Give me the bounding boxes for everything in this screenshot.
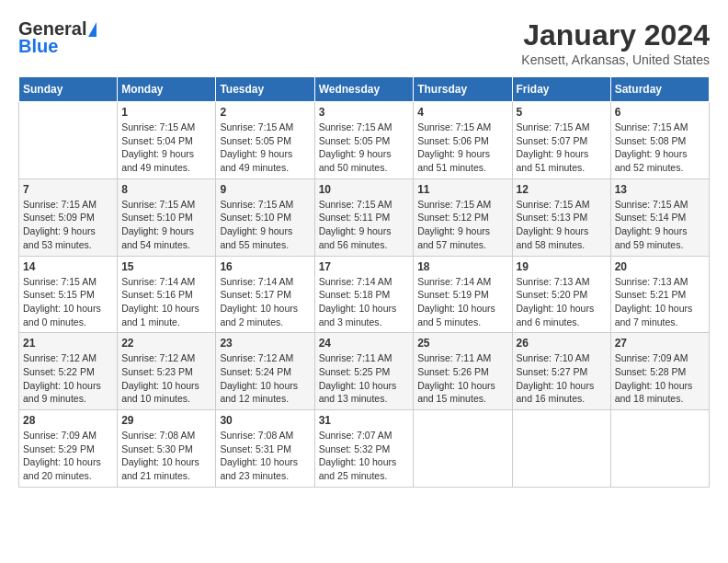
- day-number: 3: [319, 106, 410, 119]
- calendar-header: SundayMondayTuesdayWednesdayThursdayFrid…: [19, 77, 710, 102]
- day-info: Sunrise: 7:14 AM Sunset: 5:16 PM Dayligh…: [121, 275, 211, 329]
- day-number: 6: [615, 106, 705, 119]
- day-info: Sunrise: 7:15 AM Sunset: 5:07 PM Dayligh…: [517, 121, 607, 175]
- day-number: 15: [121, 260, 211, 273]
- day-info: Sunrise: 7:12 AM Sunset: 5:22 PM Dayligh…: [23, 351, 113, 406]
- day-info: Sunrise: 7:14 AM Sunset: 5:18 PM Dayligh…: [319, 275, 410, 329]
- week-row-2: 7Sunrise: 7:15 AM Sunset: 5:09 PM Daylig…: [19, 178, 710, 256]
- day-info: Sunrise: 7:15 AM Sunset: 5:08 PM Dayligh…: [615, 121, 705, 175]
- day-number: 11: [417, 183, 507, 196]
- calendar-cell: [19, 102, 118, 179]
- calendar-cell: 23Sunrise: 7:12 AM Sunset: 5:24 PM Dayli…: [216, 333, 314, 410]
- day-number: 31: [319, 414, 410, 427]
- day-number: 7: [23, 183, 113, 196]
- day-info: Sunrise: 7:13 AM Sunset: 5:20 PM Dayligh…: [517, 275, 607, 329]
- calendar-cell: 11Sunrise: 7:15 AM Sunset: 5:12 PM Dayli…: [414, 178, 512, 256]
- calendar-cell: 13Sunrise: 7:15 AM Sunset: 5:14 PM Dayli…: [610, 178, 709, 256]
- day-info: Sunrise: 7:15 AM Sunset: 5:06 PM Dayligh…: [417, 121, 507, 175]
- day-info: Sunrise: 7:09 AM Sunset: 5:28 PM Dayligh…: [615, 351, 705, 406]
- day-number: 8: [121, 183, 211, 196]
- day-number: 16: [220, 260, 310, 273]
- calendar-cell: 14Sunrise: 7:15 AM Sunset: 5:15 PM Dayli…: [19, 256, 118, 333]
- calendar-cell: 27Sunrise: 7:09 AM Sunset: 5:28 PM Dayli…: [610, 333, 709, 410]
- calendar-cell: [610, 410, 709, 488]
- weekday-header-row: SundayMondayTuesdayWednesdayThursdayFrid…: [19, 77, 710, 102]
- day-info: Sunrise: 7:10 AM Sunset: 5:27 PM Dayligh…: [517, 351, 607, 406]
- day-info: Sunrise: 7:15 AM Sunset: 5:05 PM Dayligh…: [319, 121, 410, 175]
- day-number: 19: [517, 260, 607, 273]
- weekday-header-wednesday: Wednesday: [314, 77, 414, 102]
- calendar-cell: 20Sunrise: 7:13 AM Sunset: 5:21 PM Dayli…: [610, 256, 709, 333]
- calendar-cell: 26Sunrise: 7:10 AM Sunset: 5:27 PM Dayli…: [512, 333, 610, 410]
- day-info: Sunrise: 7:15 AM Sunset: 5:14 PM Dayligh…: [615, 198, 705, 252]
- day-number: 23: [220, 337, 310, 350]
- day-number: 10: [319, 183, 410, 196]
- day-info: Sunrise: 7:08 AM Sunset: 5:31 PM Dayligh…: [220, 429, 310, 483]
- day-number: 22: [121, 337, 211, 350]
- day-info: Sunrise: 7:14 AM Sunset: 5:19 PM Dayligh…: [417, 275, 507, 329]
- calendar-cell: 30Sunrise: 7:08 AM Sunset: 5:31 PM Dayli…: [216, 410, 314, 488]
- title-area: January 2024 Kensett, Arkansas, United S…: [521, 18, 710, 67]
- calendar-cell: 28Sunrise: 7:09 AM Sunset: 5:29 PM Dayli…: [19, 410, 118, 488]
- week-row-5: 28Sunrise: 7:09 AM Sunset: 5:29 PM Dayli…: [19, 410, 710, 488]
- weekday-header-tuesday: Tuesday: [216, 77, 314, 102]
- weekday-header-sunday: Sunday: [19, 77, 118, 102]
- weekday-header-saturday: Saturday: [610, 77, 709, 102]
- day-info: Sunrise: 7:15 AM Sunset: 5:13 PM Dayligh…: [517, 198, 607, 252]
- calendar-cell: 25Sunrise: 7:11 AM Sunset: 5:26 PM Dayli…: [414, 333, 512, 410]
- day-number: 4: [417, 106, 507, 119]
- calendar-cell: [512, 410, 610, 488]
- day-number: 24: [319, 337, 410, 350]
- calendar-table: SundayMondayTuesdayWednesdayThursdayFrid…: [18, 76, 710, 488]
- calendar-cell: 15Sunrise: 7:14 AM Sunset: 5:16 PM Dayli…: [118, 256, 216, 333]
- day-number: 13: [615, 183, 705, 196]
- day-number: 27: [615, 337, 705, 350]
- calendar-cell: 12Sunrise: 7:15 AM Sunset: 5:13 PM Dayli…: [512, 178, 610, 256]
- day-number: 20: [615, 260, 705, 273]
- location: Kensett, Arkansas, United States: [521, 52, 710, 67]
- day-info: Sunrise: 7:08 AM Sunset: 5:30 PM Dayligh…: [121, 429, 211, 483]
- day-info: Sunrise: 7:07 AM Sunset: 5:32 PM Dayligh…: [319, 429, 410, 483]
- logo: General Blue: [18, 18, 97, 57]
- day-info: Sunrise: 7:15 AM Sunset: 5:10 PM Dayligh…: [220, 198, 310, 252]
- month-title: January 2024: [521, 18, 710, 52]
- calendar-cell: 17Sunrise: 7:14 AM Sunset: 5:18 PM Dayli…: [314, 256, 414, 333]
- calendar-cell: 24Sunrise: 7:11 AM Sunset: 5:25 PM Dayli…: [314, 333, 414, 410]
- calendar-cell: [414, 410, 512, 488]
- day-info: Sunrise: 7:11 AM Sunset: 5:26 PM Dayligh…: [417, 351, 507, 406]
- day-number: 9: [220, 183, 310, 196]
- day-number: 14: [23, 260, 113, 273]
- day-info: Sunrise: 7:13 AM Sunset: 5:21 PM Dayligh…: [615, 275, 705, 329]
- day-info: Sunrise: 7:15 AM Sunset: 5:04 PM Dayligh…: [121, 121, 211, 175]
- weekday-header-monday: Monday: [118, 77, 216, 102]
- day-number: 21: [23, 337, 113, 350]
- calendar-cell: 5Sunrise: 7:15 AM Sunset: 5:07 PM Daylig…: [512, 102, 610, 179]
- calendar-cell: 1Sunrise: 7:15 AM Sunset: 5:04 PM Daylig…: [118, 102, 216, 179]
- calendar-cell: 31Sunrise: 7:07 AM Sunset: 5:32 PM Dayli…: [314, 410, 414, 488]
- day-number: 28: [23, 414, 113, 427]
- day-number: 1: [121, 106, 211, 119]
- day-number: 12: [517, 183, 607, 196]
- day-info: Sunrise: 7:15 AM Sunset: 5:09 PM Dayligh…: [23, 198, 113, 252]
- day-info: Sunrise: 7:11 AM Sunset: 5:25 PM Dayligh…: [319, 351, 410, 406]
- day-info: Sunrise: 7:09 AM Sunset: 5:29 PM Dayligh…: [23, 429, 113, 483]
- calendar-cell: 18Sunrise: 7:14 AM Sunset: 5:19 PM Dayli…: [414, 256, 512, 333]
- calendar-cell: 19Sunrise: 7:13 AM Sunset: 5:20 PM Dayli…: [512, 256, 610, 333]
- calendar-cell: 4Sunrise: 7:15 AM Sunset: 5:06 PM Daylig…: [414, 102, 512, 179]
- calendar-body: 1Sunrise: 7:15 AM Sunset: 5:04 PM Daylig…: [19, 102, 710, 488]
- calendar-cell: 2Sunrise: 7:15 AM Sunset: 5:05 PM Daylig…: [216, 102, 314, 179]
- calendar-cell: 8Sunrise: 7:15 AM Sunset: 5:10 PM Daylig…: [118, 178, 216, 256]
- day-info: Sunrise: 7:15 AM Sunset: 5:12 PM Dayligh…: [417, 198, 507, 252]
- calendar-cell: 7Sunrise: 7:15 AM Sunset: 5:09 PM Daylig…: [19, 178, 118, 256]
- day-info: Sunrise: 7:14 AM Sunset: 5:17 PM Dayligh…: [220, 275, 310, 329]
- calendar-cell: 6Sunrise: 7:15 AM Sunset: 5:08 PM Daylig…: [610, 102, 709, 179]
- day-number: 30: [220, 414, 310, 427]
- day-info: Sunrise: 7:15 AM Sunset: 5:05 PM Dayligh…: [220, 121, 310, 175]
- calendar-cell: 22Sunrise: 7:12 AM Sunset: 5:23 PM Dayli…: [118, 333, 216, 410]
- logo-icon: [88, 22, 97, 37]
- calendar-cell: 3Sunrise: 7:15 AM Sunset: 5:05 PM Daylig…: [314, 102, 414, 179]
- day-info: Sunrise: 7:15 AM Sunset: 5:10 PM Dayligh…: [121, 198, 211, 252]
- day-info: Sunrise: 7:15 AM Sunset: 5:11 PM Dayligh…: [319, 198, 410, 252]
- day-number: 18: [417, 260, 507, 273]
- day-info: Sunrise: 7:15 AM Sunset: 5:15 PM Dayligh…: [23, 275, 113, 329]
